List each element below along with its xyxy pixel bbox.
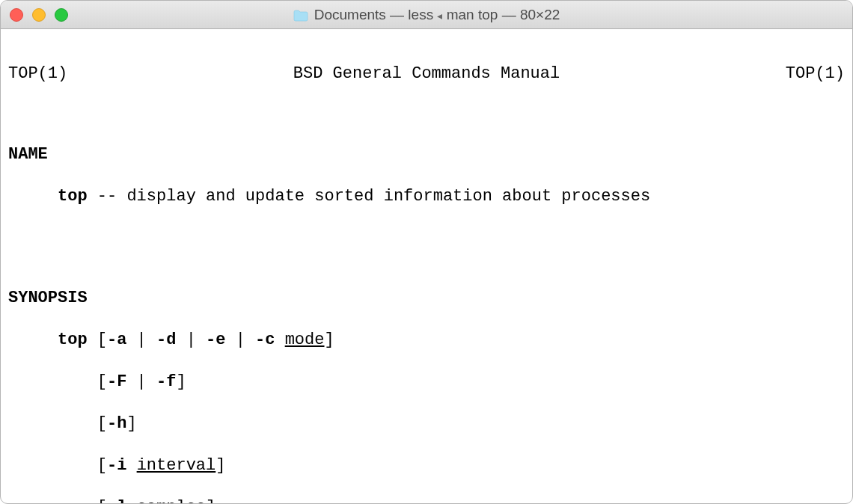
- synopsis-line-2: [-F | -f]: [8, 372, 845, 393]
- synopsis-line-3: [-h]: [8, 414, 845, 434]
- synopsis-line-5: [-l samples]: [8, 497, 845, 503]
- terminal-window: Documents — less ◂ man top — 80×22 TOP(1…: [0, 0, 853, 504]
- zoom-button[interactable]: [55, 8, 68, 22]
- synopsis-line-4: [-i interval]: [8, 455, 845, 476]
- triangle-icon: ◂: [437, 10, 442, 22]
- name-heading: NAME: [8, 144, 845, 165]
- titlebar[interactable]: Documents — less ◂ man top — 80×22: [1, 1, 852, 29]
- man-header-left: TOP(1): [8, 64, 67, 84]
- synopsis-heading: SYNOPSIS: [8, 288, 845, 309]
- man-header-center: BSD General Commands Manual: [293, 64, 560, 84]
- minimize-button[interactable]: [32, 8, 46, 22]
- window-title-text: Documents — less ◂ man top — 80×22: [314, 7, 560, 23]
- name-desc: display and update sorted information ab…: [126, 187, 650, 206]
- folder-icon: [293, 9, 308, 21]
- name-cmd: top: [58, 187, 88, 206]
- synopsis-line-1: top [-a | -d | -e | -c mode]: [8, 330, 845, 351]
- window-controls: [10, 8, 68, 22]
- man-header: TOP(1)BSD General Commands ManualTOP(1): [8, 64, 845, 84]
- terminal-content[interactable]: TOP(1)BSD General Commands ManualTOP(1) …: [1, 29, 852, 503]
- name-sep: --: [88, 187, 127, 206]
- close-button[interactable]: [10, 8, 23, 22]
- name-line: top -- display and update sorted informa…: [8, 186, 845, 207]
- man-header-right: TOP(1): [786, 64, 845, 84]
- window-title: Documents — less ◂ man top — 80×22: [1, 7, 852, 23]
